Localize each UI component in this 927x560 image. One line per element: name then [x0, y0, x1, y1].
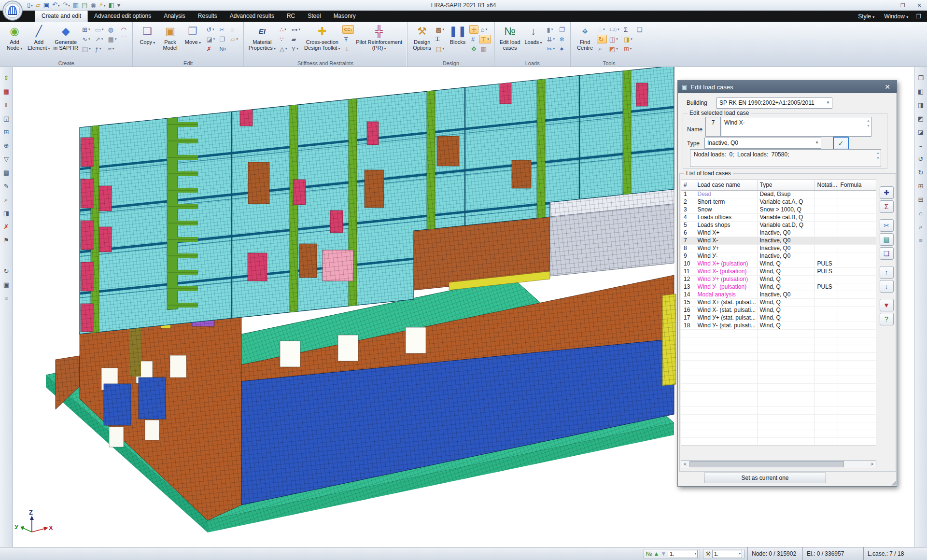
sum-loadcases-button[interactable]: Σ [880, 200, 894, 213]
arch-icon[interactable]: ⌒ [119, 35, 129, 43]
view-left-icon[interactable]: ◧ [915, 85, 926, 99]
select-grid-icon[interactable]: ▦ [1, 85, 12, 99]
scissors-icon[interactable]: ✂ [217, 25, 228, 34]
pilot-reinforcement-button[interactable]: ╬Pilot Reinforcement(PR) ▾ [354, 23, 404, 52]
table-row[interactable]: 12Wind У+ (pulsation)Wind, Q [681, 275, 876, 283]
dialog-titlebar[interactable]: ▣ Edit load cases ✕ [678, 81, 897, 93]
add-element-button[interactable]: ╱AddElement ▾ [26, 23, 52, 52]
refresh-icon[interactable]: ↻ [1, 265, 12, 279]
restore-button[interactable]: ❐ [898, 2, 908, 9]
fxy-surface-icon[interactable]: ƒ▾ [93, 44, 106, 53]
zoom-window-icon[interactable]: ⌕ [915, 221, 926, 234]
storey-icon[interactable]: ▤▾ [80, 44, 93, 53]
frame-icon[interactable]: ⊞▾ [80, 25, 93, 34]
copy-button[interactable]: ❏Copy ▾ [136, 23, 158, 46]
copy-loadcase-button[interactable]: ❏ [880, 247, 894, 260]
spline-icon[interactable]: ≈▾ [106, 44, 119, 53]
t-section-icon[interactable]: ⊤▾ [479, 35, 491, 43]
loadcase-select[interactable]: 1.▾ [668, 550, 698, 558]
rigid-link-icon[interactable]: ⊶▾ [290, 25, 303, 34]
anchor-icon[interactable]: ⊥ [342, 44, 354, 53]
flag-filter-icon[interactable]: ▽ [1, 153, 12, 167]
table-row[interactable]: 4Loads officesVariable cat.B, Q [681, 213, 876, 221]
dimetric-icon[interactable]: ⊟ [915, 194, 926, 207]
fit-view-icon[interactable]: ◱ [1, 112, 12, 126]
zoom-icon[interactable]: ⌕ [1, 194, 12, 207]
table-row[interactable]: 18Wind У- (stat. pulsati...Wind, Q [681, 322, 876, 329]
loads-button[interactable]: ↓Loads ▾ [522, 23, 545, 46]
distributed-load-icon[interactable]: ⇊▾ [545, 35, 557, 43]
remove-fragment-icon[interactable]: ✗ [1, 221, 12, 234]
table-row[interactable]: 7Wind X-Inactive, Q0 [681, 237, 876, 244]
rotate-view-icon[interactable]: ↻ [597, 35, 607, 43]
pack-model-button[interactable]: ▣PackModel [159, 23, 181, 51]
table-row[interactable]: 17Wind У+ (stat. pulsat...Wind, Q [681, 314, 876, 322]
marquee-icon[interactable]: ◌ [228, 25, 240, 34]
hinge-icon[interactable]: Y▾ [290, 44, 303, 53]
edit-scheme-icon[interactable]: ✎ [1, 180, 12, 194]
view-front-icon[interactable]: ❐ [915, 72, 926, 85]
menu-window[interactable]: Window ▾ [880, 11, 912, 22]
springs-icon[interactable]: ∴▾ [278, 25, 289, 34]
numbering-icon[interactable]: 1.2)▾ [607, 25, 621, 34]
layers-icon[interactable]: ▤ [1, 167, 12, 180]
column-header[interactable]: Type [757, 180, 815, 190]
prev-loadcase-icon[interactable]: ▲ [653, 550, 659, 557]
selection-box-icon[interactable]: ▣ [1, 279, 12, 292]
table-row[interactable]: 2Short-termVariable cat.A, Q [681, 198, 876, 206]
summary-spinner[interactable]: ▲▼ [876, 152, 880, 160]
loadcase-name-field[interactable]: Wind X- ▲▼ [721, 117, 871, 137]
rc-cube-icon[interactable]: ▩▾ [434, 25, 446, 34]
local-axes-icon[interactable]: ↗▾ [93, 35, 106, 43]
delete-icon[interactable]: ✗ [204, 44, 217, 53]
generate-in-sapfir-button[interactable]: ◆Generatein SAPFIR [52, 23, 80, 51]
lira-logo-icon[interactable] [2, 0, 23, 21]
column-header[interactable]: Formula [838, 180, 876, 190]
move-down-button[interactable]: ↓ [880, 280, 894, 293]
design-options-button[interactable]: ⚒DesignOptions [411, 23, 433, 51]
table-row[interactable]: 5Loads shopsVariable cat.D, Q [681, 221, 876, 229]
support-icon[interactable]: △▾ [278, 44, 289, 53]
table-row[interactable]: 14Modal analysisInactive, Q0 [681, 291, 876, 298]
dynamic-loads-icon[interactable]: ✶ [557, 44, 567, 53]
apply-type-button[interactable]: ✓ [833, 137, 849, 150]
palette-icon[interactable]: ◩▾ [607, 44, 621, 53]
table-row[interactable]: 15Wind X+ (stat. pulsat...Wind, Q [681, 298, 876, 306]
next-loadcase-icon[interactable]: ▼ [660, 550, 666, 557]
resize-grip[interactable]: ◢ [891, 479, 896, 486]
table-row[interactable]: 11Wind X- (pulsation)Wind, QPULS [681, 267, 876, 275]
list-icon[interactable]: ≡ [1, 292, 12, 306]
cut-loadcase-button[interactable]: ✂ [880, 219, 894, 232]
cross-section-toolkit-button[interactable]: ✚Cross-sectionDesign Toolkit ▾ [303, 23, 342, 52]
fragment-icon[interactable]: ⊞ [1, 126, 12, 140]
column-header[interactable]: # [681, 180, 695, 190]
scroll-thumb[interactable] [689, 461, 844, 467]
design-mode-select[interactable]: 1.▾ [712, 550, 742, 558]
table-row[interactable]: 8Wind У+Inactive, Q0 [681, 244, 876, 252]
building-params-icon[interactable]: ⌂▾ [479, 25, 491, 34]
tab-steel[interactable]: Steel [301, 11, 327, 22]
tab-advanced-results[interactable]: Advanced results [224, 11, 281, 22]
steel-beam-icon[interactable]: Ɪ [434, 35, 446, 43]
scroll-right-icon[interactable]: > [868, 461, 876, 468]
rotate-right-icon[interactable]: ↻ [915, 167, 926, 180]
copy-loads-icon[interactable]: ❐ [557, 25, 567, 34]
material-properties-button[interactable]: EIMaterialProperties ▾ [247, 23, 277, 52]
snow-load-icon[interactable]: ❄ [557, 35, 567, 43]
table-row[interactable]: 3SnowSnow > 1000, Q [681, 206, 876, 213]
diagram-icon[interactable]: ◫▾ [607, 35, 621, 43]
hatch-arrows-icon[interactable]: # [469, 35, 478, 43]
close-button[interactable]: ✕ [914, 2, 924, 9]
edit-loadcase-status-icon[interactable]: № [646, 550, 652, 557]
table-row[interactable]: 6Wind X+Inactive, Q0 [681, 229, 876, 237]
globe-icon[interactable]: ◍ [106, 25, 119, 34]
surface-icon[interactable]: ◠ [119, 25, 129, 34]
isometric-icon[interactable]: ⊞ [915, 180, 926, 194]
cc2-icon[interactable]: CC₂ [342, 25, 354, 34]
masonry-icon[interactable]: ▤▾ [434, 44, 446, 53]
tile-icon[interactable]: ⊞▾ [622, 44, 634, 53]
design-mode-icon[interactable]: ⚒ [705, 550, 711, 557]
filter-button[interactable]: ▼ [880, 299, 894, 311]
view-bottom-icon[interactable]: ◪ [915, 126, 926, 140]
blocks-button[interactable]: ❚❚Blocks [447, 23, 469, 45]
